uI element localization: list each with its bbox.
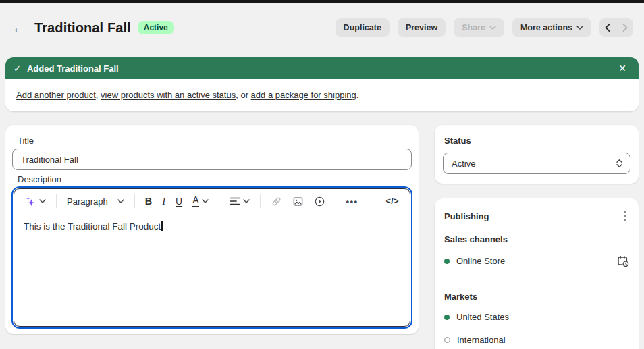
- show-html-button[interactable]: </>: [383, 194, 402, 208]
- ai-magic-button[interactable]: [22, 194, 49, 209]
- sales-channels-heading: Sales channels: [443, 223, 630, 244]
- text-color-icon: A: [192, 195, 198, 207]
- toolbar-divider: [336, 194, 336, 208]
- page-title: Traditional Fall: [34, 20, 131, 36]
- previous-product-button[interactable]: [599, 18, 616, 37]
- image-icon: [292, 196, 304, 207]
- chevron-right-icon: [622, 24, 628, 32]
- status-badge: Active: [138, 21, 174, 34]
- toolbar-divider: [219, 194, 219, 208]
- success-banner: ✓ Added Traditional Fall ✕ Add another p…: [5, 57, 639, 111]
- play-circle-icon: [314, 196, 325, 207]
- insert-link-button[interactable]: [268, 194, 285, 209]
- add-another-product-link[interactable]: Add another product: [16, 90, 96, 100]
- duplicate-button[interactable]: Duplicate: [336, 18, 390, 37]
- page-header: ← Traditional Fall Active Duplicate Prev…: [0, 3, 644, 37]
- underline-icon: U: [176, 196, 182, 207]
- insert-image-button[interactable]: [290, 194, 306, 209]
- market-name: International: [457, 335, 629, 345]
- preview-label: Preview: [406, 23, 437, 32]
- preview-button[interactable]: Preview: [398, 18, 446, 37]
- market-row-international: International: [443, 335, 630, 345]
- market-name: United States: [456, 312, 629, 322]
- next-product-button[interactable]: [616, 18, 633, 37]
- banner-title: Added Traditional Fall: [27, 63, 608, 74]
- alignment-button[interactable]: [227, 194, 252, 208]
- editor-toolbar: Paragraph B I U A: [14, 189, 410, 213]
- main-content: Title Description Paragraph: [5, 125, 639, 349]
- status-card: Status Active: [435, 125, 639, 184]
- more-actions-button[interactable]: More actions: [512, 18, 591, 37]
- chevron-down-icon: [243, 199, 250, 203]
- italic-icon: I: [162, 196, 165, 207]
- share-button[interactable]: Share: [454, 18, 504, 37]
- back-button[interactable]: ←: [9, 20, 28, 36]
- channel-row-online-store: Online Store: [443, 254, 630, 267]
- description-editor: Paragraph B I U A: [14, 188, 410, 327]
- more-formatting-button[interactable]: •••: [344, 194, 361, 209]
- banner-close-button[interactable]: ✕: [614, 62, 630, 74]
- bold-button[interactable]: B: [142, 194, 155, 209]
- sidebar: Status Active Publishing: [435, 125, 639, 349]
- chevron-left-icon: [605, 24, 610, 32]
- paragraph-style-label: Paragraph: [67, 196, 108, 207]
- chevron-down-icon: [576, 26, 583, 30]
- success-banner-header: ✓ Added Traditional Fall ✕: [5, 57, 639, 79]
- status-select[interactable]: Active: [443, 153, 630, 174]
- link-separator: , or: [236, 90, 250, 100]
- code-icon: </>: [385, 196, 399, 206]
- underline-button[interactable]: U: [173, 194, 185, 209]
- active-market-dot: [444, 315, 450, 320]
- italic-button[interactable]: I: [159, 194, 168, 209]
- markets-heading: Markets: [443, 280, 630, 302]
- more-actions-label: More actions: [520, 23, 572, 32]
- market-row-united-states: United States: [443, 312, 630, 322]
- inactive-market-dot: [444, 337, 450, 343]
- text-color-button[interactable]: A: [190, 193, 211, 209]
- title-input[interactable]: [12, 149, 412, 170]
- share-label: Share: [462, 23, 485, 32]
- schedule-availability-button[interactable]: [616, 254, 629, 267]
- title-label: Title: [12, 132, 412, 149]
- select-stepper-icon: [616, 159, 623, 168]
- publishing-menu-button[interactable]: [621, 209, 629, 223]
- description-label: Description: [12, 170, 412, 187]
- status-select-value: Active: [452, 159, 475, 169]
- toolbar-divider: [134, 194, 135, 208]
- pagination: [599, 18, 633, 37]
- view-products-link[interactable]: view products with an active status: [101, 90, 236, 100]
- link-separator: ,: [96, 90, 101, 100]
- chevron-down-icon: [117, 199, 124, 203]
- duplicate-label: Duplicate: [344, 23, 381, 32]
- chevron-down-icon: [202, 199, 209, 203]
- active-channel-dot: [444, 259, 450, 264]
- kebab-menu-icon: [624, 211, 626, 221]
- calendar-clock-icon: [616, 254, 629, 267]
- check-icon: ✓: [14, 63, 21, 74]
- description-textarea[interactable]: This is the Traditional Fall Product: [14, 213, 410, 326]
- toolbar-divider: [260, 194, 261, 208]
- banner-body: Add another product, view products with …: [5, 79, 639, 111]
- align-left-icon: [230, 196, 240, 206]
- product-details-card: Title Description Paragraph: [5, 125, 419, 334]
- chevron-down-icon: [489, 26, 496, 30]
- channel-name: Online Store: [456, 256, 610, 266]
- publishing-card: Publishing Sales channels Online Store: [435, 198, 639, 349]
- add-package-link[interactable]: add a package for shipping: [251, 90, 356, 100]
- text-cursor: [161, 221, 163, 231]
- bold-icon: B: [145, 196, 152, 207]
- status-heading: Status: [443, 133, 630, 153]
- publishing-heading: Publishing: [444, 211, 489, 221]
- sparkles-icon: [25, 196, 36, 207]
- chevron-down-icon: [39, 199, 46, 203]
- sentence-period: .: [356, 90, 359, 100]
- toolbar-divider: [56, 194, 57, 208]
- ellipsis-icon: •••: [346, 196, 358, 207]
- paragraph-style-dropdown[interactable]: Paragraph: [64, 194, 127, 209]
- link-icon: [271, 196, 282, 207]
- description-text: This is the Traditional Fall Product: [24, 221, 161, 232]
- insert-video-button[interactable]: [311, 194, 328, 209]
